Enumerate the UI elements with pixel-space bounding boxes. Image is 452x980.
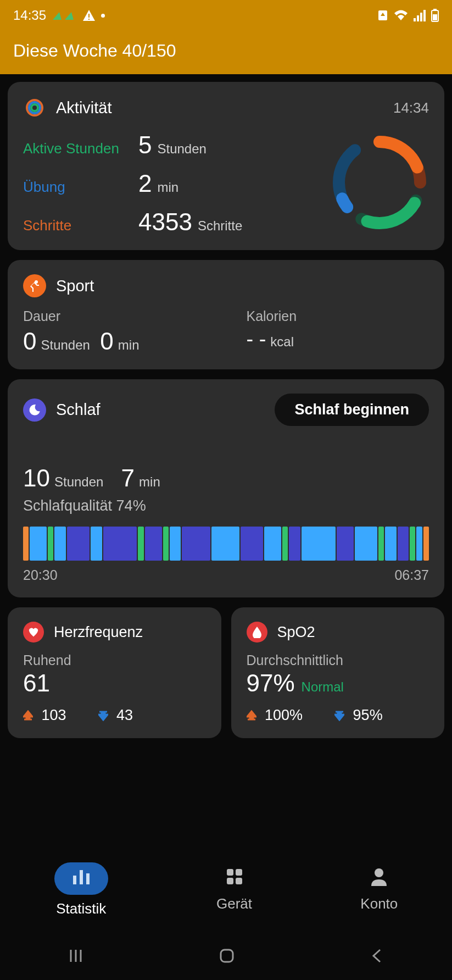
spo2-high: 100% bbox=[247, 707, 303, 724]
activity-ring-chart bbox=[330, 133, 429, 234]
svg-rect-1 bbox=[88, 19, 90, 20]
spo2-state-label: Durchschnittlich bbox=[247, 652, 429, 668]
dot-icon bbox=[101, 14, 105, 18]
sleep-card[interactable]: Schlaf Schlaf beginnen 10Stunden 7min Sc… bbox=[8, 379, 444, 597]
start-sleep-button[interactable]: Schlaf beginnen bbox=[275, 394, 429, 426]
heart-low: 43 bbox=[98, 707, 133, 724]
sleep-stage-chart bbox=[23, 527, 429, 561]
svg-rect-20 bbox=[73, 876, 76, 884]
svg-rect-21 bbox=[80, 870, 83, 884]
heart-rate-card[interactable]: Herzfrequenz Ruhend 61 103 43 bbox=[8, 607, 221, 738]
activity-card[interactable]: Aktivität 14:34 Aktive Stunden 5 Stunden… bbox=[8, 82, 444, 250]
bottom-navigation: Statistik Gerät Konto bbox=[0, 846, 452, 934]
svg-rect-0 bbox=[88, 14, 90, 18]
heart-state-label: Ruhend bbox=[23, 652, 206, 668]
recycle-icon bbox=[377, 9, 388, 21]
sport-title: Sport bbox=[56, 277, 94, 295]
spo2-low: 95% bbox=[334, 707, 383, 724]
svg-rect-22 bbox=[86, 873, 90, 884]
wifi-icon bbox=[394, 9, 408, 21]
svg-rect-25 bbox=[227, 878, 233, 884]
activity-title: Aktivität bbox=[56, 99, 112, 117]
page-title: Diese Woche 40/150 bbox=[13, 41, 176, 60]
svg-rect-23 bbox=[227, 869, 233, 876]
notification-icon bbox=[52, 10, 77, 21]
nav-geraet[interactable]: Gerät bbox=[216, 867, 252, 912]
account-icon bbox=[370, 867, 388, 890]
svg-rect-3 bbox=[414, 18, 416, 21]
steps-row: Schritte 4353 Schritte bbox=[23, 208, 242, 236]
svg-rect-4 bbox=[417, 15, 419, 21]
sport-calories: Kalorien - -kcal bbox=[246, 308, 429, 355]
sport-duration: Dauer 0Stunden 0min bbox=[23, 308, 139, 355]
heart-title: Herzfrequenz bbox=[54, 624, 143, 641]
spo2-value: 97%Normal bbox=[247, 669, 429, 697]
svg-rect-26 bbox=[236, 878, 242, 884]
heart-icon bbox=[23, 622, 44, 643]
sleep-title: Schlaf bbox=[56, 401, 101, 419]
svg-point-27 bbox=[375, 868, 383, 877]
activity-timestamp: 14:34 bbox=[393, 99, 429, 117]
android-status-bar: 14:35 bbox=[0, 0, 452, 31]
sleep-end-time: 06:37 bbox=[394, 567, 429, 583]
svg-rect-6 bbox=[423, 10, 426, 21]
heart-high: 103 bbox=[23, 707, 66, 724]
android-nav-bar bbox=[0, 934, 452, 980]
sleep-quality: Schlafqualität 74% bbox=[23, 497, 429, 514]
sleep-start-time: 20:30 bbox=[23, 567, 58, 583]
svg-rect-9 bbox=[433, 14, 437, 20]
back-button[interactable] bbox=[370, 948, 384, 966]
svg-rect-5 bbox=[420, 13, 422, 21]
home-button[interactable] bbox=[219, 948, 235, 966]
moon-icon bbox=[23, 398, 46, 422]
spo2-title: SpO2 bbox=[277, 624, 315, 641]
signal-icon bbox=[414, 9, 426, 21]
svg-point-12 bbox=[31, 104, 38, 111]
week-progress-header[interactable]: Diese Woche 40/150 bbox=[0, 31, 452, 74]
active-hours-row: Aktive Stunden 5 Stunden bbox=[23, 131, 242, 159]
exercise-row: Übung 2 min bbox=[23, 170, 242, 197]
nav-statistik[interactable]: Statistik bbox=[54, 862, 108, 917]
nav-konto[interactable]: Konto bbox=[360, 867, 398, 912]
svg-rect-24 bbox=[236, 869, 242, 876]
sport-card[interactable]: Sport Dauer 0Stunden 0min Kalorien - -kc… bbox=[8, 260, 444, 369]
sport-icon bbox=[23, 274, 46, 297]
spo2-card[interactable]: SpO2 Durchschnittlich 97%Normal 100% 95% bbox=[231, 607, 445, 738]
device-icon bbox=[225, 867, 244, 890]
status-time: 14:35 bbox=[13, 8, 46, 23]
sleep-duration: 10Stunden 7min bbox=[23, 464, 429, 492]
activity-rings-icon bbox=[23, 96, 46, 119]
heart-value: 61 bbox=[23, 669, 206, 697]
recents-button[interactable] bbox=[68, 948, 84, 966]
blood-drop-icon bbox=[247, 622, 267, 643]
svg-rect-8 bbox=[433, 9, 437, 10]
battery-icon bbox=[431, 9, 439, 22]
warning-icon bbox=[82, 9, 96, 21]
stats-icon bbox=[54, 862, 108, 895]
svg-rect-31 bbox=[221, 950, 233, 962]
